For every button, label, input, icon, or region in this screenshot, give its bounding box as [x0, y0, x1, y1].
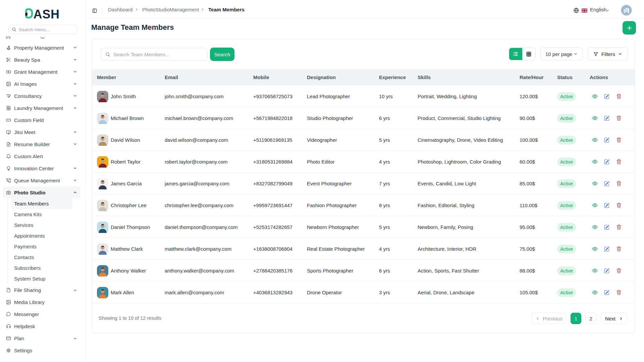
svg-text:ASH: ASH — [34, 7, 60, 19]
